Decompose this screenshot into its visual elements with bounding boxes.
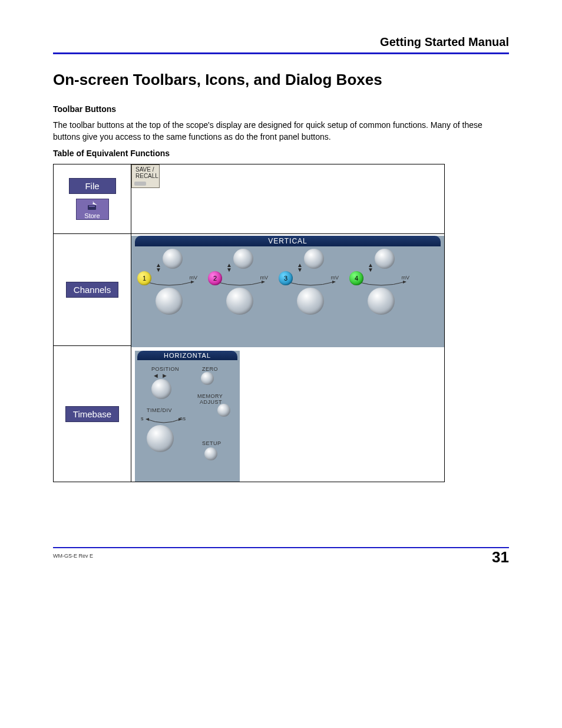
memory-label: MEMORY	[197, 393, 223, 399]
gain-mv-label: mV	[190, 275, 198, 281]
offset-arrows-icon: ▲▼	[368, 263, 373, 272]
offset-knob[interactable]	[163, 249, 183, 269]
svg-marker-12	[178, 418, 182, 421]
position-knob[interactable]	[151, 379, 171, 399]
setup-label: SETUP	[202, 440, 222, 446]
save-recall-label-2: RECALL	[135, 173, 158, 179]
timebase-menu-button[interactable]: Timebase	[65, 406, 119, 422]
save-recall-button[interactable]: SAVE / RECALL	[131, 164, 160, 188]
s-label: s	[141, 416, 144, 421]
sweep-arc-icon	[146, 418, 182, 424]
setup-button[interactable]	[204, 447, 217, 460]
channel-2-button[interactable]: 2	[208, 271, 222, 285]
svg-marker-10	[403, 281, 406, 284]
offset-arrows-icon: ▲▼	[297, 263, 303, 272]
vertical-channel-block: ▲▼2VmV	[204, 246, 275, 315]
offset-knob[interactable]	[304, 249, 324, 269]
offset-arrows-icon: ▲▼	[226, 263, 232, 272]
page-number: 31	[492, 548, 509, 566]
gain-mv-label: mV	[260, 275, 269, 281]
vertical-channel-block: ▲▼1VmV	[134, 246, 204, 315]
toolbar-buttons-heading: Toolbar Buttons	[53, 104, 509, 114]
gain-mv-label: mV	[331, 275, 339, 281]
table-row: File Store SAVE / RECALL	[54, 164, 445, 234]
save-recall-label-1: SAVE /	[135, 166, 154, 173]
svg-rect-2	[89, 206, 95, 207]
gain-knob[interactable]	[297, 288, 324, 315]
offset-knob[interactable]	[375, 249, 395, 269]
vertical-channel-block: ▲▼3VmV	[275, 246, 346, 315]
doc-revision: WM-GS-E Rev E	[53, 553, 93, 559]
file-menu-button[interactable]: File	[69, 178, 116, 194]
zero-button[interactable]	[201, 372, 214, 385]
vertical-channel-block: ▲▼4VmV	[346, 246, 416, 315]
svg-marker-1	[92, 202, 97, 205]
intro-paragraph: The toolbar buttons at the top of the sc…	[53, 120, 509, 143]
store-toolbar-button[interactable]: Store	[76, 199, 109, 220]
offset-arrows-icon: ▲▼	[156, 263, 161, 272]
channel-4-button[interactable]: 4	[349, 271, 363, 285]
manual-title: Getting Started Manual	[53, 35, 509, 49]
svg-marker-6	[262, 281, 265, 284]
store-icon	[87, 202, 98, 211]
vertical-panel: VERTICAL ▲▼1VmV▲▼2VmV▲▼3VmV▲▼4VmV	[131, 236, 444, 347]
table-title: Table of Equivalent Functions	[53, 149, 509, 158]
gain-knob[interactable]	[226, 288, 253, 315]
gain-mv-label: mV	[402, 275, 410, 281]
channels-menu-button[interactable]: Channels	[66, 282, 118, 298]
zero-label: ZERO	[202, 366, 218, 372]
vertical-panel-title: VERTICAL	[135, 236, 441, 246]
store-label: Store	[84, 212, 100, 219]
gain-knob[interactable]	[368, 288, 395, 315]
table-row: Timebase HORIZONTAL POSITION ◄ ► ZERO ME…	[54, 346, 445, 482]
channel-1-button[interactable]: 1	[137, 271, 151, 285]
memory-adjust-knob[interactable]	[217, 404, 230, 417]
header-rule	[53, 52, 509, 54]
offset-knob[interactable]	[233, 249, 253, 269]
footer-rule	[53, 547, 509, 548]
equivalent-functions-table: File Store SAVE / RECALL Channels VE	[53, 164, 445, 482]
time-div-label: TIME/DIV	[147, 407, 172, 413]
position-arrows-icon: ◄ ►	[153, 372, 168, 379]
table-row: Channels VERTICAL ▲▼1VmV▲▼2VmV▲▼3VmV▲▼4V…	[54, 234, 445, 346]
time-div-knob[interactable]	[147, 425, 174, 452]
svg-marker-11	[146, 418, 149, 421]
svg-marker-4	[191, 281, 194, 284]
gain-knob[interactable]	[156, 288, 183, 315]
position-label: POSITION	[151, 366, 179, 372]
page-title: On-screen Toolbars, Icons, and Dialog Bo…	[53, 71, 509, 89]
channel-3-button[interactable]: 3	[279, 271, 293, 285]
horizontal-panel-title: HORIZONTAL	[137, 351, 237, 360]
svg-marker-8	[332, 281, 336, 284]
horizontal-panel: HORIZONTAL POSITION ◄ ► ZERO MEMORY ADJU…	[135, 351, 240, 482]
